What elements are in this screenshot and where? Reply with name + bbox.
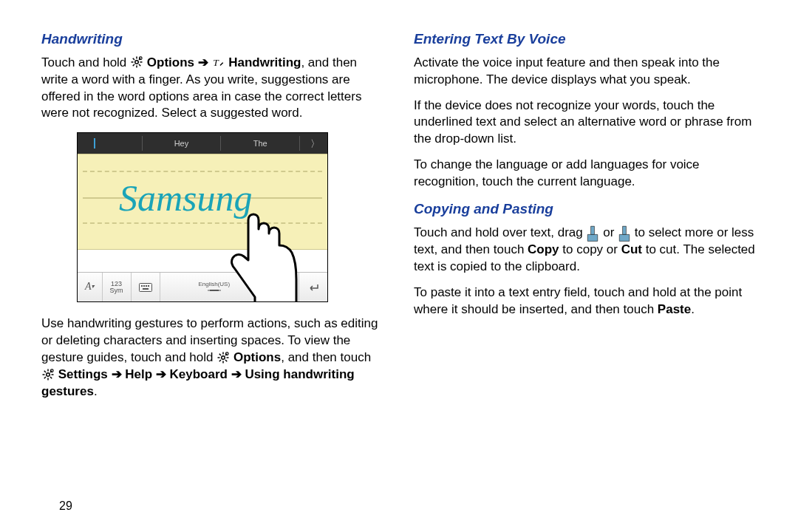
options-label: Options xyxy=(147,55,194,69)
svg-rect-14 xyxy=(146,285,147,287)
selection-handle-right-icon xyxy=(618,225,631,239)
handwriting-t-icon: T xyxy=(211,55,225,69)
svg-line-33 xyxy=(44,370,46,372)
chevron-right-icon: 〉 xyxy=(303,137,327,151)
paste-label: Paste xyxy=(658,302,691,316)
svg-text:T: T xyxy=(214,57,220,68)
voice-paragraph-2: If the device does not recognize your wo… xyxy=(414,98,757,149)
heading-handwriting: Handwriting xyxy=(41,30,384,49)
cut-label: Cut xyxy=(621,242,642,256)
svg-point-28 xyxy=(47,372,50,376)
handwriting-paragraph-1: Touch and hold Options ➔ T Handwriting, … xyxy=(41,55,384,123)
voice-paragraph-1: Activate the voice input feature and the… xyxy=(414,55,757,89)
finger-icon xyxy=(225,208,307,302)
handwriting-label: Handwriting xyxy=(228,55,301,69)
svg-point-18 xyxy=(222,356,225,360)
suggestion-2: The xyxy=(224,138,296,149)
copying-paragraph-1: Touch and hold over text, drag or to sel… xyxy=(414,225,757,276)
settings-path: Settings ➔ Help ➔ Keyboard ➔ Using handw… xyxy=(41,367,355,398)
heading-voice: Entering Text By Voice xyxy=(414,30,757,49)
suggestion-1: Hey xyxy=(146,138,218,149)
selection-handle-left-icon xyxy=(586,225,599,239)
svg-line-24 xyxy=(225,360,227,361)
handwriting-paragraph-2: Use handwriting gestures to perform acti… xyxy=(41,316,384,400)
svg-line-35 xyxy=(44,377,46,378)
left-column: Handwriting Touch and hold Options ➔ T H… xyxy=(41,27,384,409)
svg-line-7 xyxy=(133,64,134,66)
copy-label: Copy xyxy=(528,242,559,256)
gear-icon xyxy=(216,351,230,364)
right-column: Entering Text By Voice Activate the voic… xyxy=(414,27,757,409)
handwriting-illustration: Hey The 〉 Samsung A▾ 123 Sym English(US xyxy=(77,132,328,302)
gear-icon xyxy=(130,55,143,69)
svg-line-5 xyxy=(133,58,134,60)
svg-line-23 xyxy=(219,354,221,355)
heading-copying: Copying and Pasting xyxy=(414,200,757,219)
copying-paragraph-2: To paste it into a text entry field, tou… xyxy=(414,284,757,318)
svg-rect-17 xyxy=(210,290,219,291)
gear-icon xyxy=(41,368,55,381)
svg-rect-16 xyxy=(143,288,149,290)
svg-rect-15 xyxy=(148,285,149,287)
voice-paragraph-3: To change the language or add languages … xyxy=(414,157,757,191)
svg-line-6 xyxy=(139,64,140,66)
svg-line-25 xyxy=(219,360,221,361)
keyboard-icon xyxy=(132,273,160,301)
svg-rect-11 xyxy=(139,283,151,291)
illustration-suggestion-bar: Hey The 〉 xyxy=(78,133,327,154)
page-number: 29 xyxy=(59,498,72,514)
svg-rect-38 xyxy=(591,226,595,234)
svg-rect-12 xyxy=(141,285,143,287)
svg-point-0 xyxy=(135,61,139,64)
svg-line-34 xyxy=(50,377,52,378)
svg-rect-13 xyxy=(143,285,145,287)
options-label: Options xyxy=(233,350,281,364)
svg-rect-39 xyxy=(623,226,627,234)
